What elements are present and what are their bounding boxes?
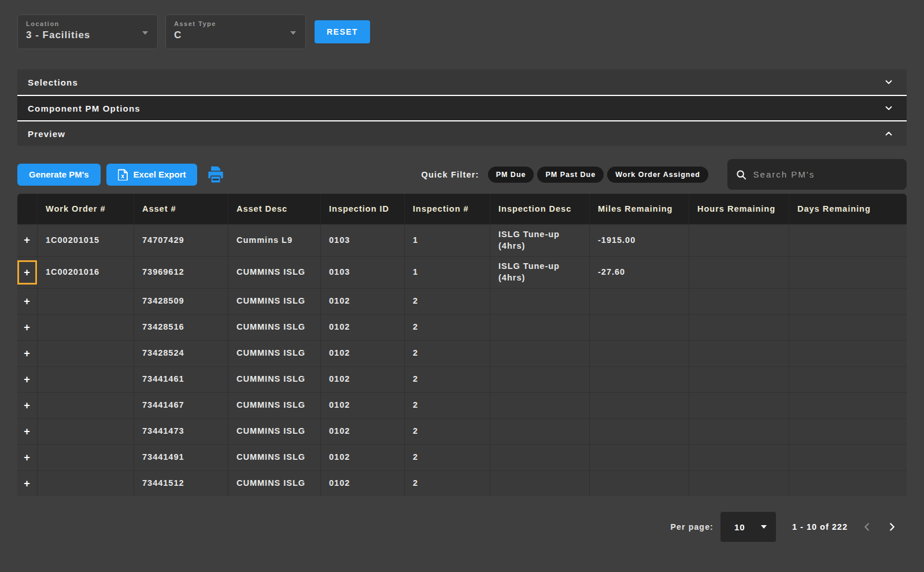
quick-filter-chip-work-order-assigned[interactable]: Work Order Assigned xyxy=(607,167,708,183)
cell-inspection-id: 0102 xyxy=(321,471,405,496)
cell-inspection-id: 0103 xyxy=(321,257,405,288)
header-cell: Inspection # xyxy=(405,194,490,224)
location-select[interactable]: Location 3 - Facilities xyxy=(17,14,158,49)
per-page-select[interactable]: 10 xyxy=(720,512,776,542)
per-page-value: 10 xyxy=(734,522,761,532)
cell-expander: + xyxy=(17,445,38,470)
cell-inspection-id: 0102 xyxy=(321,341,405,366)
row-expand-button[interactable]: + xyxy=(19,422,36,441)
cell-expander: + xyxy=(17,419,38,444)
location-select-value: 3 - Facilities xyxy=(26,29,149,41)
header-cell: Inspection Desc xyxy=(490,194,590,224)
cell-inspection-desc xyxy=(490,289,590,314)
table-row: +73441473CUMMINS ISLG01022 xyxy=(17,418,907,444)
header-cell: Miles Remaining xyxy=(590,194,689,224)
table-row: +1C0020101673969612CUMMINS ISLG01031ISLG… xyxy=(17,256,907,288)
reset-button[interactable]: RESET xyxy=(315,20,370,43)
cell-inspection-id: 0102 xyxy=(321,419,405,444)
cell-asset-desc: CUMMINS ISLG xyxy=(228,341,321,366)
cell-asset: 73441467 xyxy=(134,393,228,418)
header-cell: Work Order # xyxy=(38,194,134,224)
cell-expander: + xyxy=(17,224,38,256)
cell-asset: 73969612 xyxy=(134,257,228,288)
row-expand-button[interactable]: + xyxy=(19,344,36,363)
accordion-selections-label: Selections xyxy=(28,78,78,87)
cell-inspection-num: 1 xyxy=(405,224,490,256)
accordion-selections[interactable]: Selections xyxy=(17,69,907,95)
cell-expander: + xyxy=(17,367,38,392)
printer-icon xyxy=(205,164,227,186)
excel-export-button[interactable]: x Excel Export xyxy=(106,164,198,186)
cell-asset-desc: CUMMINS ISLG xyxy=(228,289,321,314)
cell-asset-desc: Cummins L9 xyxy=(228,224,321,256)
table-row: +73441461CUMMINS ISLG01022 xyxy=(17,366,907,392)
cell-days xyxy=(789,393,907,418)
row-expand-button[interactable]: + xyxy=(19,231,36,250)
cell-days xyxy=(789,419,907,444)
cell-inspection-id: 0102 xyxy=(321,289,405,314)
cell-work-order xyxy=(38,445,134,470)
table-row: +73428524CUMMINS ISLG01022 xyxy=(17,340,907,366)
cell-hours xyxy=(689,315,789,340)
chevron-right-icon xyxy=(886,521,899,533)
cell-asset-desc: CUMMINS ISLG xyxy=(228,257,321,288)
cell-hours xyxy=(689,224,789,256)
cell-hours xyxy=(689,341,789,366)
cell-work-order: 1C00201015 xyxy=(38,224,134,256)
cell-expander: + xyxy=(17,471,38,496)
row-expand-button[interactable]: + xyxy=(19,370,36,389)
cell-hours xyxy=(689,471,789,496)
cell-days xyxy=(789,471,907,496)
header-cell: Hours Remaining xyxy=(689,194,789,224)
row-expand-button[interactable]: + xyxy=(19,318,36,337)
row-expand-button[interactable]: + xyxy=(19,396,36,415)
table-row: +1C0020101574707429Cummins L901031ISLG T… xyxy=(17,224,907,256)
accordion-preview-label: Preview xyxy=(28,129,65,139)
quick-filter-label: Quick Filter: xyxy=(421,170,479,179)
prev-page-button[interactable] xyxy=(860,521,873,533)
row-expand-button[interactable]: + xyxy=(19,291,36,311)
cell-miles xyxy=(590,341,689,366)
row-expand-button[interactable]: + xyxy=(19,474,36,493)
print-button[interactable] xyxy=(205,164,227,186)
cell-work-order xyxy=(38,367,134,392)
cell-asset: 73428524 xyxy=(134,341,228,366)
cell-days xyxy=(789,315,907,340)
cell-asset-desc: CUMMINS ISLG xyxy=(228,367,321,392)
cell-asset-desc: CUMMINS ISLG xyxy=(228,471,321,496)
accordion-preview[interactable]: Preview xyxy=(17,120,907,146)
pm-preview-table: Work Order #Asset #Asset DescInspection … xyxy=(17,194,907,496)
row-expand-button-highlighted[interactable]: + xyxy=(17,260,37,285)
cell-hours xyxy=(689,445,789,470)
quick-filter-chip-pm-due[interactable]: PM Due xyxy=(488,167,534,183)
asset-type-select-label: Asset Type xyxy=(174,20,297,27)
cell-miles xyxy=(590,419,689,444)
cell-asset-desc: CUMMINS ISLG xyxy=(228,445,321,470)
cell-asset-desc: CUMMINS ISLG xyxy=(228,419,321,444)
cell-work-order xyxy=(38,289,134,314)
chevron-down-icon xyxy=(884,103,894,113)
chevron-left-icon xyxy=(860,521,873,533)
cell-days xyxy=(789,289,907,314)
cell-inspection-num: 2 xyxy=(405,471,490,496)
cell-asset: 73428516 xyxy=(134,315,228,340)
cell-inspection-num: 2 xyxy=(405,445,490,470)
cell-inspection-desc xyxy=(490,471,590,496)
search-input[interactable] xyxy=(753,169,899,179)
asset-type-select[interactable]: Asset Type C xyxy=(165,14,306,49)
cell-inspection-num: 2 xyxy=(405,393,490,418)
generate-pms-button[interactable]: Generate PM's xyxy=(17,164,101,186)
cell-miles: -27.60 xyxy=(590,257,689,288)
cell-days xyxy=(789,367,907,392)
accordion-component-pm-options[interactable]: Component PM Options xyxy=(17,95,907,120)
table-row: +73441512CUMMINS ISLG01022 xyxy=(17,470,907,496)
row-expand-button[interactable]: + xyxy=(19,448,36,467)
table-body: +1C0020101574707429Cummins L901031ISLG T… xyxy=(17,224,907,496)
cell-inspection-num: 2 xyxy=(405,419,490,444)
quick-filter-chip-pm-past-due[interactable]: PM Past Due xyxy=(537,167,604,183)
search-box xyxy=(727,159,907,190)
cell-hours xyxy=(689,393,789,418)
header-cell: Asset Desc xyxy=(228,194,321,224)
excel-icon: x xyxy=(118,169,128,180)
next-page-button[interactable] xyxy=(886,521,899,533)
